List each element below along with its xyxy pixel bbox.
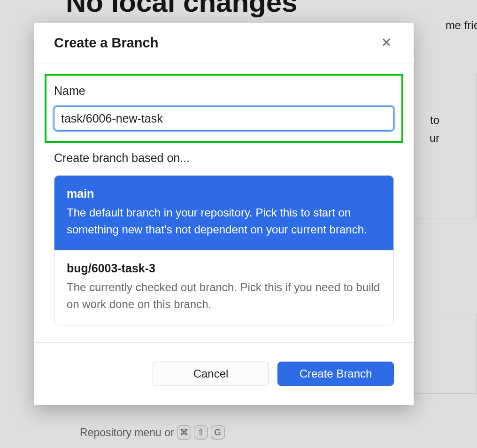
dialog-footer: Cancel Create Branch [34, 342, 414, 405]
dialog-title: Create a Branch [54, 35, 158, 51]
kbd-shift: ⇧ [194, 425, 208, 440]
name-label: Name [54, 84, 394, 98]
bg-text-fragment-to: to [430, 114, 439, 127]
kbd-cmd: ⌘ [177, 425, 191, 440]
base-branch-option-main[interactable]: main The default branch in your reposito… [54, 176, 393, 250]
cancel-button[interactable]: Cancel [153, 362, 269, 386]
bg-text-fragment-friendly: me friendly [446, 19, 477, 32]
bg-hint-text: Repository menu or [80, 426, 174, 439]
close-button[interactable] [379, 36, 394, 51]
option-desc: The default branch in your repository. P… [67, 204, 381, 238]
kbd-g: G [211, 425, 225, 440]
dialog-header: Create a Branch [34, 23, 414, 63]
option-name: bug/6003-task-3 [67, 262, 381, 275]
base-branch-option-current[interactable]: bug/6003-task-3 The currently checked ou… [54, 250, 393, 325]
base-branch-list: main The default branch in your reposito… [54, 175, 394, 325]
option-name: main [67, 187, 381, 201]
branch-name-input[interactable] [54, 106, 394, 131]
bg-text-fragment-ur: ur [430, 131, 439, 145]
dialog-body: Name Create branch based on... main The … [34, 63, 414, 342]
option-desc: The currently checked out branch. Pick t… [67, 279, 381, 313]
create-branch-button[interactable]: Create Branch [277, 362, 394, 386]
based-on-label: Create branch based on... [54, 151, 394, 165]
bg-hint-line: Repository menu or ⌘ ⇧ G [80, 425, 463, 440]
close-icon [382, 38, 391, 48]
name-field-highlight: Name [45, 74, 403, 143]
bg-heading: No local changes [66, 0, 297, 18]
create-branch-dialog: Create a Branch Name Create branch based… [34, 23, 414, 405]
